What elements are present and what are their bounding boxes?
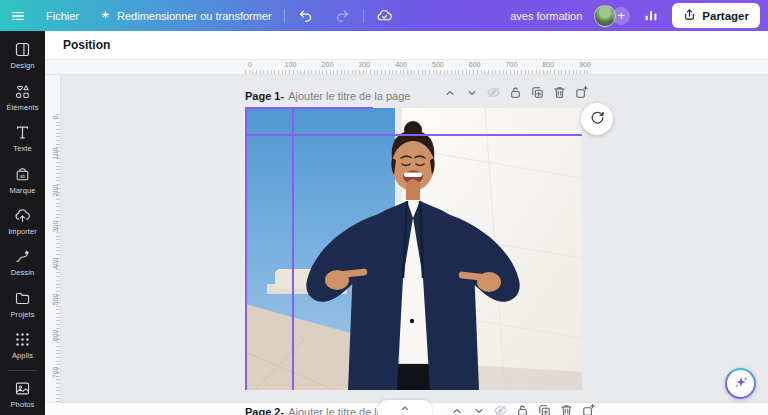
text-icon <box>14 124 31 141</box>
upload-cloud-icon <box>14 207 31 224</box>
file-menu-button[interactable]: Fichier <box>36 0 89 31</box>
vruler-label: 100 <box>52 146 59 162</box>
sidebar-item-label: Applis <box>12 351 33 360</box>
share-button[interactable]: Partager <box>672 3 760 28</box>
hruler-label: 300 <box>358 61 370 68</box>
hruler-label: 400 <box>395 61 407 68</box>
page1-actions <box>442 87 589 102</box>
duplicate-page-button[interactable] <box>530 87 545 102</box>
sidebar-item-label: Design <box>11 61 35 70</box>
hruler-label: 0 <box>248 61 252 68</box>
left-sidebar: Design Éléments Texteab Marque Importer … <box>0 31 45 415</box>
trash-icon <box>552 85 567 104</box>
brand-icon: ab <box>14 166 31 183</box>
delete-page-button[interactable] <box>559 405 574 415</box>
add-page-button[interactable] <box>574 87 589 102</box>
team-members: + <box>594 5 630 27</box>
sidebar-item-applis[interactable]: Applis <box>0 325 45 366</box>
vruler-label: 600 <box>52 328 59 344</box>
hide-page-button[interactable] <box>493 405 508 415</box>
horizontal-ruler: 0100200300400500600700800900 <box>45 60 768 75</box>
sidebar-item-projets[interactable]: Projets <box>0 284 45 325</box>
canva-assistant-button[interactable] <box>725 368 756 399</box>
sidebar-item-label: Photos <box>11 400 35 409</box>
page1-canvas-photo[interactable] <box>245 108 582 390</box>
guide-horizontal-top[interactable] <box>245 107 373 109</box>
add-page-icon <box>574 85 589 104</box>
plus-icon: + <box>618 8 626 23</box>
hruler-label: 200 <box>322 61 334 68</box>
move-page-down-button[interactable] <box>464 87 479 102</box>
sidebar-divider <box>8 370 37 371</box>
sidebar-item-dessin[interactable]: Dessin <box>0 242 45 283</box>
chevron-down-icon <box>465 86 479 104</box>
move-page-up-button[interactable] <box>449 405 464 415</box>
main-menu-button[interactable] <box>0 0 36 31</box>
hide-page-button[interactable] <box>486 87 501 102</box>
vertical-ruler: 0100200300400500600700800 <box>45 75 61 415</box>
page2-title[interactable]: Page 2 <box>245 406 280 415</box>
redo-button[interactable] <box>324 0 361 31</box>
add-member-button[interactable]: + <box>612 7 630 25</box>
sidebar-item-elements[interactable]: Éléments <box>0 76 45 117</box>
move-page-up-button[interactable] <box>442 87 457 102</box>
hruler-label: 700 <box>506 61 518 68</box>
add-page-button[interactable] <box>581 405 596 415</box>
redo-icon <box>334 7 351 24</box>
insights-button[interactable] <box>636 3 666 29</box>
lock-page-button[interactable] <box>508 87 523 102</box>
canvas-workspace: 0100200300400500600700800900 01002003004… <box>45 60 768 415</box>
ruler-ticks <box>245 70 590 74</box>
duplicate-icon <box>530 85 545 104</box>
move-page-down-button[interactable] <box>471 405 486 415</box>
position-button[interactable]: Position <box>63 38 110 52</box>
regenerate-button[interactable] <box>581 103 613 135</box>
guide-horizontal-main[interactable] <box>245 134 582 136</box>
chevron-up-icon <box>399 400 411 415</box>
hruler-label: 600 <box>469 61 481 68</box>
photos-icon <box>14 380 31 397</box>
page2-separator: - <box>280 406 284 415</box>
file-menu-label: Fichier <box>46 10 79 22</box>
hruler-label: 100 <box>285 61 297 68</box>
eye-off-icon <box>493 403 508 415</box>
photo-woman-pointing <box>245 108 582 390</box>
lock-page-button[interactable] <box>515 405 530 415</box>
design-icon <box>14 41 31 58</box>
document-title[interactable]: aves formation <box>510 10 582 22</box>
unlock-icon <box>508 85 523 104</box>
sidebar-item-marque[interactable]: ab Marque <box>0 159 45 200</box>
chevron-down-icon <box>472 404 486 415</box>
page1-title-placeholder[interactable]: Ajouter le titre de la page <box>288 90 410 102</box>
guide-vertical-inner[interactable] <box>292 108 294 390</box>
share-up-icon <box>683 8 696 23</box>
folder-icon <box>14 290 31 307</box>
duplicate-page-button[interactable] <box>537 405 552 415</box>
resize-button[interactable]: Redimensionner ou transformer <box>89 0 282 31</box>
topbar-divider <box>363 9 364 23</box>
refresh-icon <box>589 109 606 130</box>
guide-vertical-left[interactable] <box>245 108 247 390</box>
chevron-up-icon <box>443 86 457 104</box>
elements-icon <box>14 83 31 100</box>
delete-page-button[interactable] <box>552 87 567 102</box>
cloud-check-icon <box>376 7 393 24</box>
sidebar-item-design[interactable]: Design <box>0 35 45 76</box>
unlock-icon <box>515 403 530 415</box>
page1-title[interactable]: Page 1 <box>245 90 280 102</box>
magic-star-icon <box>99 9 112 22</box>
sidebar-item-texte[interactable]: Texte <box>0 118 45 159</box>
vruler-label: 500 <box>52 292 59 308</box>
hruler-label: 500 <box>432 61 444 68</box>
hruler-label: 800 <box>542 61 554 68</box>
apps-grid-icon <box>14 331 31 348</box>
vruler-label: 700 <box>52 364 59 380</box>
sidebar-item-label: Texte <box>13 144 31 153</box>
expand-pages-button[interactable] <box>378 400 432 415</box>
sidebar-item-importer[interactable]: Importer <box>0 201 45 242</box>
bar-chart-icon <box>643 7 659 25</box>
page1-header: Page 1 - Ajouter le titre de la page <box>245 87 583 105</box>
sidebar-item-photos[interactable]: Photos <box>0 374 45 415</box>
undo-button[interactable] <box>287 0 324 31</box>
save-status-button[interactable] <box>366 0 403 31</box>
